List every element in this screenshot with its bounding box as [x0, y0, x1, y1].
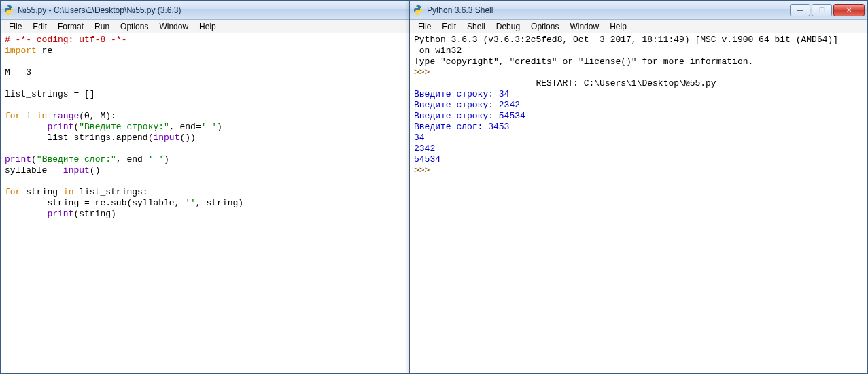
- svg-point-1: [10, 13, 10, 14]
- code-text: list_strings.append(: [5, 133, 153, 143]
- code-builtin: input: [63, 165, 90, 175]
- close-button[interactable]: ✕: [833, 4, 865, 16]
- menu-edit[interactable]: Edit: [436, 20, 462, 33]
- shell-title: Python 3.6.3 Shell: [427, 5, 790, 15]
- code-text: ): [164, 154, 169, 165]
- code-line: # -*- coding: utf-8 -*-: [5, 35, 126, 45]
- code-str: "Введите строку:": [79, 122, 169, 132]
- shell-line: on win32: [414, 46, 462, 56]
- svg-point-0: [7, 6, 7, 7]
- code-str: "Введите слог:": [37, 154, 116, 165]
- shell-prompt: >>>: [414, 67, 435, 78]
- shell-line: Type "copyright", "credits" or "license(…: [414, 56, 753, 67]
- code-builtin: print: [47, 209, 73, 219]
- menu-help[interactable]: Help: [194, 20, 222, 33]
- code-text: string = re.sub(syllable,: [5, 198, 185, 208]
- shell-line: Введите строку: 54534: [414, 111, 525, 121]
- shell-line: 34: [414, 133, 425, 143]
- code-line: M = 3: [5, 67, 31, 78]
- shell-line: 54534: [414, 154, 440, 165]
- code-builtin: print: [47, 122, 73, 132]
- code-text: (0, M):: [79, 111, 116, 121]
- shell-titlebar[interactable]: Python 3.6.3 Shell — ☐ ✕: [410, 1, 867, 20]
- shell-prompt: >>>: [414, 165, 435, 175]
- python-icon: [3, 5, 14, 16]
- menu-options[interactable]: Options: [525, 20, 564, 33]
- code-text: , end=: [116, 154, 148, 165]
- shell-window: Python 3.6.3 Shell — ☐ ✕ File Edit Shell…: [409, 0, 868, 374]
- menu-window[interactable]: Window: [154, 20, 194, 33]
- menu-window[interactable]: Window: [564, 20, 604, 33]
- close-icon: ✕: [846, 6, 852, 14]
- text-cursor: [436, 166, 436, 175]
- code-text: [5, 122, 47, 132]
- menu-help[interactable]: Help: [604, 20, 632, 33]
- menu-debug[interactable]: Debug: [491, 20, 525, 33]
- shell-line: 2342: [414, 143, 435, 154]
- editor-titlebar[interactable]: №55.py - C:\Users\1\Desktop\№55.py (3.6.…: [1, 1, 409, 20]
- code-text: [5, 209, 47, 219]
- code-text: ()): [179, 133, 195, 143]
- menu-file[interactable]: File: [3, 20, 27, 33]
- code-text: syllable =: [5, 165, 63, 175]
- code-text: (string): [73, 209, 116, 219]
- code-text: , string): [196, 198, 243, 208]
- code-str: ' ': [201, 122, 217, 132]
- code-text: i: [20, 111, 36, 121]
- code-kw: for: [5, 187, 20, 197]
- code-line: list_strings = []: [5, 89, 95, 99]
- svg-point-2: [416, 6, 417, 7]
- shell-line: Python 3.6.3 (v3.6.3:2c5fed8, Oct 3 2017…: [414, 35, 838, 45]
- editor-title: №55.py - C:\Users\1\Desktop\№55.py (3.6.…: [18, 5, 406, 15]
- editor-menubar: File Edit Format Run Options Window Help: [1, 20, 409, 33]
- code-builtin: print: [5, 154, 31, 165]
- menu-options[interactable]: Options: [115, 20, 154, 33]
- shell-line: ====================== RESTART: C:\Users…: [414, 78, 838, 88]
- code-text: (): [90, 165, 101, 175]
- menu-run[interactable]: Run: [89, 20, 115, 33]
- shell-content[interactable]: Python 3.6.3 (v3.6.3:2c5fed8, Oct 3 2017…: [410, 33, 867, 373]
- code-text: list_strings:: [73, 187, 147, 197]
- menu-shell[interactable]: Shell: [462, 20, 491, 33]
- editor-window: №55.py - C:\Users\1\Desktop\№55.py (3.6.…: [0, 0, 409, 374]
- code-text: , end=: [169, 122, 201, 132]
- python-icon: [413, 5, 423, 16]
- shell-line: Введите строку: 2342: [414, 100, 520, 110]
- code-kw: for: [5, 111, 20, 121]
- code-text: re: [37, 46, 52, 56]
- code-text: (: [31, 154, 37, 165]
- minimize-button[interactable]: —: [790, 4, 810, 16]
- code-kw: import: [5, 46, 37, 56]
- code-builtin: input: [153, 133, 179, 143]
- code-text: ): [217, 122, 222, 132]
- minimize-icon: —: [797, 6, 803, 14]
- shell-line: Введите слог: 3453: [414, 122, 509, 132]
- shell-line: Введите строку: 34: [414, 89, 509, 99]
- code-kw: in: [37, 111, 48, 121]
- code-builtin: range: [52, 111, 79, 121]
- maximize-icon: ☐: [819, 6, 825, 14]
- shell-menubar: File Edit Shell Debug Options Window Hel…: [410, 20, 867, 33]
- code-text: string: [20, 187, 63, 197]
- menu-edit[interactable]: Edit: [27, 20, 52, 33]
- code-kw: in: [63, 187, 74, 197]
- menu-file[interactable]: File: [413, 20, 436, 33]
- code-str: ' ': [148, 154, 164, 165]
- window-controls: — ☐ ✕: [790, 4, 865, 16]
- maximize-button[interactable]: ☐: [812, 4, 832, 16]
- code-str: '': [185, 198, 196, 208]
- svg-point-3: [419, 13, 419, 14]
- menu-format[interactable]: Format: [52, 20, 89, 33]
- editor-content[interactable]: # -*- coding: utf-8 -*- import re M = 3 …: [1, 33, 409, 373]
